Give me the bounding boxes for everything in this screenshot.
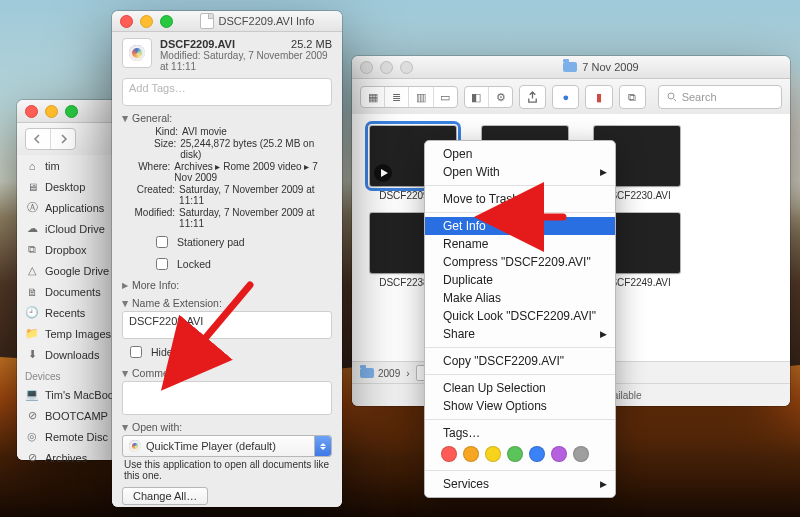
select-caret-icon (314, 436, 331, 456)
name-extension-field[interactable]: DSCF2209.AVI (122, 311, 332, 339)
info-titlebar[interactable]: DSCF2209.AVI Info (112, 11, 342, 32)
ctx-quick-look[interactable]: Quick Look "DSCF2209.AVI" (425, 307, 615, 325)
finder-titlebar[interactable]: 7 Nov 2009 (352, 56, 790, 79)
view-list-icon[interactable]: ≣ (384, 87, 408, 107)
info-title: DSCF2209.AVI Info (180, 13, 334, 29)
ctx-open-with[interactable]: Open With▶ (425, 163, 615, 181)
traffic-zoom-icon[interactable] (160, 15, 173, 28)
finder-title-text: 7 Nov 2009 (582, 61, 638, 73)
quick-action-button[interactable]: ▮ (585, 85, 612, 109)
comments-field[interactable] (122, 381, 332, 415)
stationery-checkbox[interactable]: Stationery pad (152, 233, 332, 251)
view-columns-icon[interactable]: ▥ (408, 87, 432, 107)
traffic-close-icon[interactable] (360, 61, 373, 74)
applications-icon: Ⓐ (25, 200, 39, 215)
laptop-icon: 💻 (25, 388, 39, 401)
view-icon-icon[interactable]: ▦ (361, 87, 384, 107)
locked-checkbox[interactable]: Locked (152, 255, 332, 273)
info-title-text: DSCF2209.AVI Info (219, 15, 315, 27)
section-header[interactable]: ▶General: (122, 112, 332, 124)
ctx-copy[interactable]: Copy "DSCF2209.AVI" (425, 352, 615, 370)
disclosure-triangle-icon[interactable]: ▶ (121, 115, 130, 121)
ctx-label: Make Alias (443, 291, 501, 305)
section-header[interactable]: ▶More Info: (122, 279, 332, 291)
ctx-rename[interactable]: Rename (425, 235, 615, 253)
ctx-tags[interactable]: Tags… (425, 424, 615, 442)
section-header[interactable]: ▶Open with: (122, 421, 332, 433)
ctx-get-info[interactable]: Get Info (425, 217, 615, 235)
traffic-close-icon[interactable] (120, 15, 133, 28)
sort-icon[interactable]: ⚙ (488, 87, 512, 107)
info-tags-field[interactable]: Add Tags… (122, 78, 332, 106)
ctx-compress[interactable]: Compress "DSCF2209.AVI" (425, 253, 615, 271)
traffic-min-icon[interactable] (140, 15, 153, 28)
tag-color-dot[interactable] (485, 446, 501, 462)
checkbox-input[interactable] (156, 258, 168, 270)
traffic-close-icon[interactable] (25, 105, 38, 118)
nav-forward-icon[interactable] (50, 129, 75, 149)
info-section-comments: ▶Comments: (122, 367, 332, 379)
tag-color-dot[interactable] (507, 446, 523, 462)
section-header[interactable]: ▶Comments: (122, 367, 332, 379)
traffic-zoom-icon[interactable] (65, 105, 78, 118)
sidebar-item-label: tim (45, 160, 60, 172)
context-menu[interactable]: Open Open With▶ Move to Trash Get Info R… (424, 140, 616, 498)
nav-back-icon[interactable] (26, 129, 50, 149)
ctx-label: Compress "DSCF2209.AVI" (443, 255, 591, 269)
open-with-select[interactable]: QuickTime Player (default) (122, 435, 332, 457)
ctx-label: Move to Trash (443, 192, 519, 206)
tag-color-dot[interactable] (463, 446, 479, 462)
kv-value: 25,244,872 bytes (25.2 MB on disk) (180, 138, 332, 160)
ctx-make-alias[interactable]: Make Alias (425, 289, 615, 307)
ctx-separator (425, 185, 615, 186)
sidebar-item-label: Documents (45, 286, 101, 298)
kv-key: Kind: (132, 126, 178, 137)
section-header[interactable]: ▶Name & Extension: (122, 297, 332, 309)
share-button[interactable] (519, 85, 546, 109)
info-section-moreinfo: ▶More Info: (122, 279, 332, 291)
checkbox-input[interactable] (130, 346, 142, 358)
view-mode-segmented[interactable]: ▦ ≣ ▥ ▭ (360, 86, 458, 108)
get-info-window: DSCF2209.AVI Info 25.2 MB DSCF2209.AVI M… (112, 11, 342, 507)
ctx-share[interactable]: Share▶ (425, 325, 615, 343)
tag-color-dot[interactable] (573, 446, 589, 462)
traffic-min-icon[interactable] (380, 61, 393, 74)
tag-color-dot[interactable] (441, 446, 457, 462)
quicktime-icon (129, 45, 145, 61)
traffic-min-icon[interactable] (45, 105, 58, 118)
change-all-button[interactable]: Change All… (122, 487, 208, 505)
tag-color-dot[interactable] (529, 446, 545, 462)
ctx-duplicate[interactable]: Duplicate (425, 271, 615, 289)
ctx-services[interactable]: Services▶ (425, 475, 615, 493)
ctx-open[interactable]: Open (425, 145, 615, 163)
path-crumb-label: 2009 (378, 368, 400, 379)
ctx-label: Open With (443, 165, 500, 179)
ctx-label: Services (443, 477, 489, 491)
checkbox-input[interactable] (156, 236, 168, 248)
disclosure-triangle-icon[interactable]: ▶ (121, 370, 130, 376)
traffic-zoom-icon[interactable] (400, 61, 413, 74)
ctx-label: Share (443, 327, 475, 341)
disclosure-triangle-icon[interactable]: ▶ (121, 424, 130, 430)
section-title: More Info: (132, 279, 179, 291)
disclosure-triangle-icon[interactable]: ▶ (121, 300, 130, 306)
view-gallery-icon[interactable]: ▭ (433, 87, 457, 107)
folder-icon: 📁 (25, 327, 39, 340)
nav-back-forward[interactable] (25, 128, 76, 150)
ctx-clean-up[interactable]: Clean Up Selection (425, 379, 615, 397)
group-icon[interactable]: ◧ (465, 87, 488, 107)
tag-color-dot[interactable] (551, 446, 567, 462)
path-crumb[interactable]: 2009 (360, 368, 400, 379)
finder-search[interactable]: Search (658, 85, 782, 109)
tags-button[interactable]: ● (552, 85, 579, 109)
ctx-move-to-trash[interactable]: Move to Trash (425, 190, 615, 208)
ctx-show-view-options[interactable]: Show View Options (425, 397, 615, 415)
section-title: Comments: (132, 367, 186, 379)
kv-key: Modified: (132, 207, 175, 229)
disclosure-triangle-icon[interactable]: ▶ (122, 281, 128, 290)
ctx-separator (425, 212, 615, 213)
search-placeholder: Search (682, 91, 717, 103)
hide-extension-checkbox[interactable]: Hide extension (126, 343, 342, 361)
group-sort-segmented[interactable]: ◧ ⚙ (464, 86, 513, 108)
dropbox-toolbar-button[interactable]: ⧉ (619, 85, 646, 109)
